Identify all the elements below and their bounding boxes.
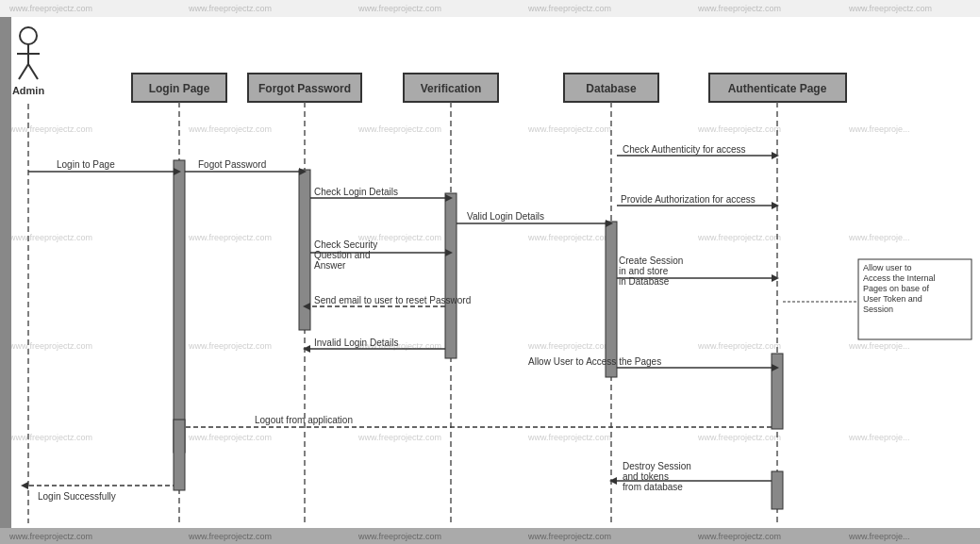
authenticate-page-label: Authenticate Page (728, 82, 827, 95)
svg-text:www.freeprojectz.com: www.freeprojectz.com (357, 532, 441, 541)
verification-label: Verification (421, 82, 482, 95)
svg-text:www.freeproje...: www.freeproje... (848, 341, 910, 351)
svg-text:www.freeprojectz.com: www.freeprojectz.com (8, 4, 92, 13)
svg-rect-58 (606, 222, 617, 377)
svg-rect-45 (132, 74, 226, 102)
svg-marker-94 (177, 423, 185, 431)
svg-text:Session: Session (863, 305, 893, 314)
svg-rect-60 (772, 471, 783, 509)
svg-marker-96 (609, 477, 617, 485)
svg-text:Answer: Answer (314, 260, 346, 271)
msg-fogot-password: Fogot Password (198, 159, 266, 170)
svg-text:Pages on base of: Pages on base of (863, 284, 930, 293)
svg-line-43 (28, 64, 38, 79)
svg-rect-87 (858, 259, 972, 339)
svg-rect-47 (248, 74, 361, 102)
svg-text:www.freeproje...: www.freeproje... (848, 532, 910, 541)
svg-marker-74 (445, 249, 453, 256)
svg-text:www.freeprojectz.com: www.freeprojectz.com (527, 4, 611, 13)
svg-rect-51 (564, 74, 658, 102)
msg-logout: Logout from application (255, 415, 353, 425)
svg-text:www.freeproje...: www.freeproje... (848, 233, 910, 242)
svg-text:Question and: Question and (314, 250, 371, 260)
svg-text:www.freeprojectz.com: www.freeprojectz.com (188, 433, 272, 442)
msg-login-to-page: Login to Page (57, 159, 115, 170)
svg-text:www.freeprojectz.com: www.freeprojectz.com (357, 233, 441, 242)
svg-text:www.freeprojectz.com: www.freeprojectz.com (357, 433, 441, 442)
svg-rect-49 (404, 74, 498, 102)
msg-check-security-question: Check Security (314, 239, 377, 250)
svg-marker-64 (299, 168, 307, 175)
svg-marker-86 (772, 364, 779, 371)
svg-rect-7 (0, 528, 980, 544)
svg-text:www.freeprojectz.com: www.freeprojectz.com (188, 4, 272, 13)
svg-text:www.freeprojectz.com: www.freeprojectz.com (8, 341, 92, 351)
svg-text:www.freeprojectz.com: www.freeprojectz.com (697, 532, 781, 541)
admin-label: Admin (12, 85, 45, 96)
svg-rect-53 (709, 74, 846, 102)
svg-text:in and store: in and store (619, 266, 669, 276)
svg-rect-56 (299, 170, 310, 330)
svg-text:www.freeprojectz.com: www.freeprojectz.com (357, 341, 441, 351)
svg-text:www.freeprojectz.com: www.freeprojectz.com (188, 233, 272, 242)
svg-text:www.freeprojectz.com: www.freeprojectz.com (357, 124, 441, 134)
svg-rect-55 (174, 160, 185, 453)
svg-text:and tokens: and tokens (623, 471, 669, 482)
svg-text:www.freeprojectz.com: www.freeprojectz.com (188, 124, 272, 134)
svg-text:www.freeprojectz.com: www.freeprojectz.com (357, 4, 441, 13)
svg-marker-62 (174, 168, 181, 175)
svg-marker-80 (772, 274, 779, 282)
login-page-label: Login Page (149, 82, 210, 95)
msg-check-authenticity: Check Authenticity for access (623, 144, 746, 155)
svg-text:www.freeprojectz.com: www.freeprojectz.com (8, 233, 92, 242)
svg-text:www.freeprojectz.com: www.freeprojectz.com (527, 341, 611, 351)
svg-marker-66 (772, 152, 779, 159)
msg-check-login-details: Check Login Details (314, 187, 398, 197)
msg-invalid-login-details: Invalid Login Details (314, 338, 399, 348)
svg-marker-70 (772, 202, 779, 209)
svg-text:www.freeprojectz.com: www.freeprojectz.com (527, 532, 611, 541)
svg-text:www.freeprojectz.com: www.freeprojectz.com (527, 233, 611, 242)
svg-text:www.freeprojectz.com: www.freeprojectz.com (8, 124, 92, 134)
svg-marker-68 (445, 194, 453, 202)
svg-rect-59 (772, 354, 783, 429)
svg-text:User Token and: User Token and (863, 294, 922, 304)
svg-text:www.freeprojectz.com: www.freeprojectz.com (188, 341, 272, 351)
svg-text:from database: from database (623, 482, 683, 492)
svg-text:www.freeprojectz.com: www.freeprojectz.com (527, 124, 611, 134)
svg-point-39 (20, 27, 37, 44)
svg-rect-0 (0, 0, 980, 17)
msg-destroy-session: Destroy Session (623, 461, 691, 471)
svg-text:www.freeprojectz.com: www.freeprojectz.com (527, 433, 611, 442)
forgot-password-label: Forgot Password (258, 82, 351, 95)
svg-text:www.freeprojectz.com: www.freeprojectz.com (8, 433, 92, 442)
svg-text:www.freeprojectz.com: www.freeprojectz.com (697, 233, 781, 242)
svg-marker-84 (303, 345, 310, 353)
msg-create-session: Create Session (619, 256, 683, 266)
svg-rect-38 (0, 17, 11, 528)
svg-text:in Database: in Database (619, 276, 670, 287)
svg-marker-82 (303, 303, 310, 310)
svg-text:www.freeprojectz.com: www.freeprojectz.com (697, 4, 781, 13)
svg-marker-72 (606, 220, 613, 227)
svg-text:www.freeprojectz.com: www.freeprojectz.com (8, 532, 92, 541)
svg-text:www.freeprojectz.com: www.freeprojectz.com (697, 341, 781, 351)
msg-provide-authorization: Provide Authorization for access (621, 194, 756, 205)
svg-text:www.freeprojectz.com: www.freeprojectz.com (848, 4, 932, 13)
msg-send-email: Send email to user to reset Password (314, 295, 471, 305)
svg-text:www.freeprojectz.com: www.freeprojectz.com (188, 532, 272, 541)
msg-allow-user-access: Allow User to Access the Pages (528, 356, 661, 367)
msg-valid-login-details: Valid Login Details (467, 211, 544, 222)
svg-rect-101 (174, 420, 185, 490)
svg-text:www.freeprojectz.com: www.freeprojectz.com (697, 124, 781, 134)
svg-text:Access the Internal: Access the Internal (863, 273, 936, 283)
svg-marker-100 (21, 482, 28, 489)
database-label: Database (586, 82, 637, 95)
svg-rect-57 (445, 193, 457, 358)
svg-text:www.freeproje...: www.freeproje... (848, 433, 910, 442)
note-allow-internal: Allow user to (863, 263, 912, 272)
svg-text:www.freeprojectz.com: www.freeprojectz.com (697, 433, 781, 442)
svg-text:www.freeproje...: www.freeproje... (848, 124, 910, 134)
svg-line-42 (19, 64, 28, 79)
msg-login-successfully: Login Successfully (38, 491, 116, 502)
